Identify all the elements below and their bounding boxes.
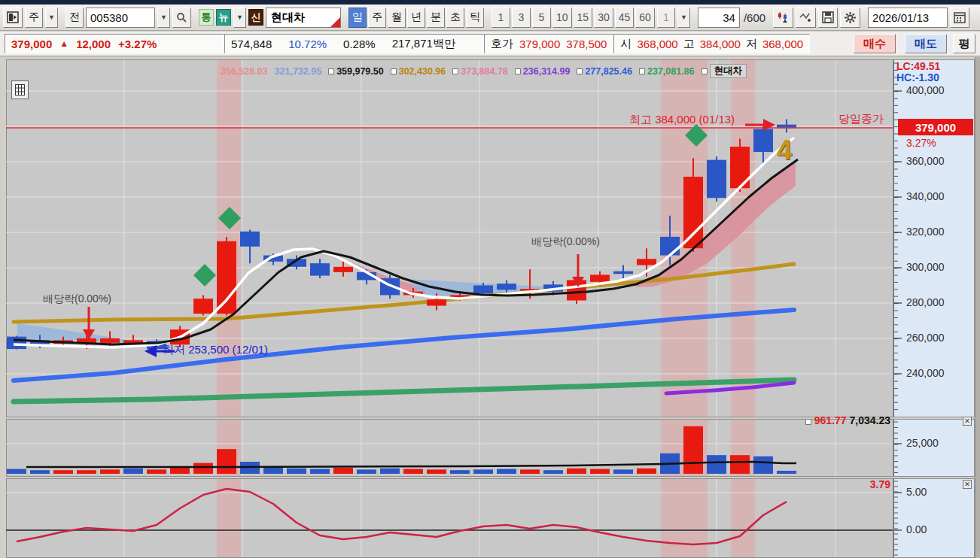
- volume-chart-plot[interactable]: [6, 419, 893, 477]
- trade-volume: 574,848: [231, 38, 272, 50]
- stock-search-button[interactable]: [172, 8, 191, 28]
- prev-stock-button[interactable]: 전: [65, 8, 84, 28]
- ohl-field: 시 368,000 고 384,000 저 368,000: [613, 34, 810, 53]
- current-price: 379,000: [11, 38, 52, 50]
- stock-code-dropdown[interactable]: ▼: [157, 8, 170, 28]
- legend-checkbox[interactable]: [639, 68, 645, 74]
- line-style-button[interactable]: [796, 8, 816, 28]
- candle-style-button[interactable]: [773, 8, 793, 28]
- minute-button-3[interactable]: 3: [512, 8, 531, 28]
- date-input[interactable]: 2026/01/13: [868, 8, 948, 28]
- save-button[interactable]: [818, 8, 838, 28]
- turnover-rate: 10.72%: [288, 38, 327, 50]
- period-quick-dropdown[interactable]: ▼: [45, 8, 58, 28]
- buy-button[interactable]: 매수: [854, 34, 896, 53]
- legend-value: 237,081.86: [647, 66, 695, 77]
- legend-item-5: 236,314.99: [515, 66, 571, 77]
- settings-button[interactable]: [840, 8, 860, 28]
- legend-value: 277,825.46: [585, 66, 632, 77]
- axis-tick-label: 240,000: [906, 367, 945, 379]
- axis-tick-label: 400,000: [906, 84, 945, 96]
- period-button-5[interactable]: 초: [446, 8, 464, 28]
- legend-value: 321,732.95: [275, 66, 322, 77]
- minute-button-15[interactable]: 15: [574, 8, 593, 28]
- chart-toolbar: 주 ▼ 전 005380 ▼ 통 뉴 ▼ 신 현대차 일주월년분초틱 13510…: [0, 5, 980, 31]
- stock-name-field[interactable]: 현대차: [266, 8, 341, 28]
- minute-extra-dropdown[interactable]: ▼: [677, 8, 690, 28]
- hoga-field: 호가 379,000 378,500: [484, 34, 613, 53]
- calendar-button[interactable]: [950, 8, 969, 28]
- price-chart-plot[interactable]: [6, 59, 893, 417]
- minute-button-30[interactable]: 30: [594, 8, 613, 28]
- period-button-3[interactable]: 년: [407, 8, 425, 28]
- period-button-6[interactable]: 틱: [466, 8, 484, 28]
- legend-checkbox[interactable]: [328, 68, 334, 74]
- legend-item-4: 373,884.78: [452, 66, 508, 77]
- indicator-legend: 356,528.03321,732.95359,979.50302,430.96…: [221, 64, 747, 78]
- legend-checkbox[interactable]: [452, 68, 458, 74]
- legend-value: 373,884.78: [461, 66, 508, 77]
- minute-button-group: 1351015304560: [492, 8, 655, 28]
- ask-price: 379,000: [519, 38, 560, 50]
- grid-icon: [15, 84, 25, 96]
- minute-extra-button[interactable]: 1: [657, 8, 675, 28]
- minute-button-45[interactable]: 45: [615, 8, 635, 28]
- chart-area: 356,528.03321,732.95359,979.50302,430.96…: [0, 57, 980, 558]
- high-label: 고: [683, 37, 695, 51]
- legend-checkbox[interactable]: [577, 68, 583, 74]
- sell-button[interactable]: 매도: [905, 34, 947, 53]
- search-icon: [176, 12, 187, 23]
- legend-item-8: 현대차: [702, 64, 747, 78]
- stock-code-input[interactable]: 005380: [86, 8, 155, 28]
- gear-icon: [844, 11, 857, 24]
- axis-tick-label: 300,000: [906, 261, 945, 273]
- minute-button-60[interactable]: 60: [635, 8, 655, 28]
- legend-item-7: 237,081.86: [639, 66, 695, 77]
- flag-tong-badge[interactable]: 통: [199, 9, 214, 26]
- price-field: 379,000 ▲ 12,000 +3.27%: [5, 34, 224, 53]
- period-button-4[interactable]: 분: [427, 8, 445, 28]
- quote-info-bar: 379,000 ▲ 12,000 +3.27% 574,848 10.72% 0…: [0, 32, 980, 56]
- candle-chart-icon: [777, 11, 790, 24]
- legend-value: 302,430.96: [399, 66, 446, 77]
- chevron-down-icon: ▼: [160, 14, 167, 21]
- legend-checkbox[interactable]: [515, 68, 521, 74]
- open-label: 시: [620, 37, 632, 51]
- chevron-down-icon: ▼: [680, 14, 687, 21]
- period-button-1[interactable]: 주: [368, 8, 386, 28]
- stock-name: 현대차: [271, 11, 305, 25]
- line-chart-icon: [799, 11, 812, 24]
- price-axis[interactable]: [893, 59, 975, 417]
- close-oscillator-panel-icon[interactable]: ✕: [963, 480, 972, 489]
- chevron-down-icon: ▼: [48, 14, 55, 21]
- red-pennant-icon: [330, 17, 340, 27]
- oscillator-chart-plot[interactable]: [6, 478, 893, 558]
- candle-count-input[interactable]: 34: [698, 8, 740, 28]
- flag-shin-badge[interactable]: 신: [248, 9, 263, 26]
- price-change-pct: +3.27%: [118, 38, 157, 50]
- chevron-down-icon: ▼: [236, 14, 243, 21]
- window-right-edge: [975, 57, 980, 558]
- candle-count-total: /600: [744, 11, 765, 24]
- legend-value: 236,314.99: [523, 66, 571, 77]
- grid-settings-button[interactable]: [11, 80, 29, 99]
- minute-button-10[interactable]: 10: [552, 8, 572, 28]
- period-button-0[interactable]: 일: [348, 8, 367, 28]
- legend-checkbox[interactable]: [391, 68, 397, 74]
- legend-item-3: 302,430.96: [391, 66, 446, 77]
- period-quick-button[interactable]: 주: [25, 8, 43, 28]
- calendar-icon: [954, 11, 966, 23]
- avg-button[interactable]: 평: [953, 34, 975, 53]
- minute-button-1[interactable]: 1: [492, 8, 510, 28]
- legend-checkbox[interactable]: [702, 68, 708, 74]
- period-button-2[interactable]: 월: [388, 8, 406, 28]
- minute-button-5[interactable]: 5: [532, 8, 551, 28]
- hoga-label: 호가: [491, 37, 513, 51]
- flag-dropdown[interactable]: ▼: [233, 8, 246, 28]
- flag-new-badge[interactable]: 뉴: [216, 9, 231, 26]
- close-volume-panel-icon[interactable]: ✕: [963, 417, 972, 426]
- panel-toggle-button[interactable]: [3, 8, 23, 28]
- price-change: 12,000: [76, 38, 111, 50]
- bid-price: 378,500: [566, 38, 607, 50]
- high-price: 384,000: [700, 38, 741, 50]
